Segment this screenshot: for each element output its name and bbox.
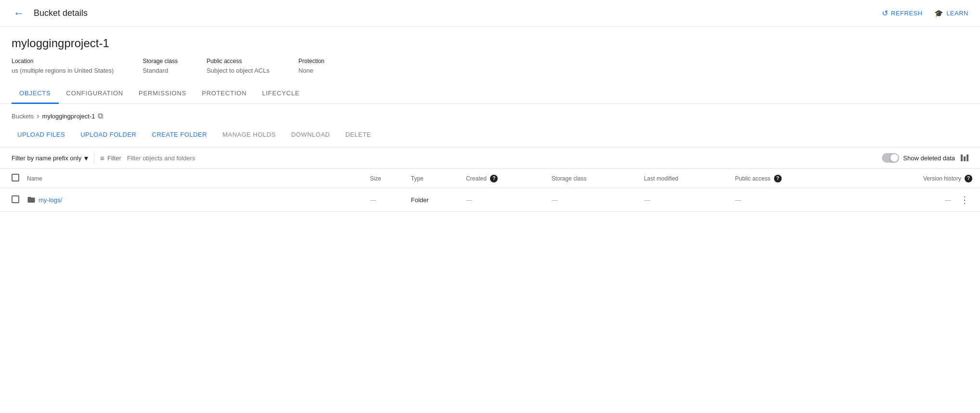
storage-class-label: Storage class (142, 58, 178, 65)
table-row: my-logs/ — Folder — — — — — ⋮ (0, 188, 980, 212)
back-button[interactable]: ← (12, 5, 26, 22)
row-last-modified: — (640, 188, 731, 212)
breadcrumb-separator: › (37, 112, 39, 120)
protection-label: Protection (298, 58, 324, 65)
bucket-meta: Location us (multiple regions in United … (12, 58, 968, 74)
public-access-value: Subject to object ACLs (206, 67, 270, 74)
filter-prefix-label: Filter by name prefix only (12, 155, 81, 162)
filter-label: Filter (107, 155, 121, 162)
col-storage-class: Storage class (548, 169, 640, 188)
version-history-help-icon[interactable]: ? (965, 175, 972, 182)
delete-button[interactable]: DELETE (339, 128, 377, 141)
breadcrumb-current: myloggingproject-1 (42, 113, 95, 120)
select-all-checkbox[interactable] (12, 174, 19, 181)
row-created: — (462, 188, 548, 212)
objects-table: Name Size Type Created ? Storage class L… (0, 169, 980, 212)
row-storage-class: — (548, 188, 640, 212)
row-public-access: — (731, 188, 849, 212)
row-name[interactable]: my-logs/ (39, 196, 62, 204)
row-more-button[interactable]: ⋮ (957, 193, 972, 206)
col-last-modified: Last modified (640, 169, 731, 188)
col-type: Type (407, 169, 462, 188)
col-public-access: Public access ? (731, 169, 849, 188)
tab-lifecycle[interactable]: LIFECYCLE (254, 84, 307, 104)
row-size: — (366, 188, 407, 212)
col-version-history: Version history ? (849, 169, 980, 188)
density-bars (961, 155, 968, 161)
created-help-icon[interactable]: ? (490, 175, 498, 182)
refresh-button[interactable]: ↺ REFRESH (882, 9, 923, 18)
name-cell: my-logs/ (27, 195, 362, 204)
page-title: Bucket details (34, 8, 88, 18)
show-deleted-toggle-area: Show deleted data (882, 153, 955, 163)
public-access-meta: Public access Subject to object ACLs (206, 58, 270, 74)
header: ← Bucket details ↺ REFRESH 🎓 LEARN (0, 0, 980, 27)
header-actions: ↺ REFRESH 🎓 LEARN (882, 9, 968, 18)
download-button[interactable]: DOWNLOAD (285, 128, 336, 141)
protection-meta: Protection None (298, 58, 324, 74)
select-all-header[interactable] (0, 169, 23, 188)
row-type: Folder (407, 188, 462, 212)
manage-holds-button[interactable]: MANAGE HOLDS (217, 128, 282, 141)
location-value: us (multiple regions in United States) (12, 67, 114, 74)
filter-bar-divider (94, 152, 94, 164)
storage-class-meta: Storage class Standard (142, 58, 178, 74)
filter-input[interactable] (127, 155, 876, 162)
public-access-help-icon[interactable]: ? (774, 175, 782, 182)
learn-button[interactable]: 🎓 LEARN (934, 9, 968, 18)
public-access-label: Public access (206, 58, 270, 65)
tab-configuration[interactable]: CONFIGURATION (59, 84, 131, 104)
col-size: Size (366, 169, 407, 188)
tab-permissions[interactable]: PERMISSIONS (131, 84, 194, 104)
upload-folder-button[interactable]: UPLOAD FOLDER (75, 128, 142, 141)
density-bar-3 (967, 155, 968, 161)
filter-icon-area: ≡ Filter (100, 154, 121, 162)
row-checkbox[interactable] (12, 195, 19, 203)
folder-icon (27, 195, 36, 204)
breadcrumb: Buckets › myloggingproject-1 ⧉ (0, 104, 980, 124)
density-icon[interactable] (961, 155, 968, 161)
col-name: Name (23, 169, 366, 188)
location-meta: Location us (multiple regions in United … (12, 58, 114, 74)
toggle-knob (890, 154, 898, 162)
filter-prefix-dropdown[interactable]: Filter by name prefix only ▾ (12, 154, 88, 163)
row-name-cell: my-logs/ (23, 188, 366, 212)
learn-icon: 🎓 (934, 9, 944, 18)
table-header-row: Name Size Type Created ? Storage class L… (0, 169, 980, 188)
filter-bar: Filter by name prefix only ▾ ≡ Filter Sh… (0, 147, 980, 169)
density-bar-1 (961, 155, 963, 161)
density-bar-2 (964, 156, 966, 161)
show-deleted-label: Show deleted data (903, 155, 955, 162)
location-label: Location (12, 58, 114, 65)
show-deleted-toggle[interactable] (882, 153, 899, 163)
storage-class-value: Standard (142, 67, 168, 74)
upload-files-button[interactable]: UPLOAD FILES (12, 128, 71, 141)
refresh-icon: ↺ (882, 9, 889, 18)
row-version-history: — ⋮ (849, 188, 980, 212)
col-created: Created ? (462, 169, 548, 188)
filter-lines-icon: ≡ (100, 154, 104, 162)
action-bar: UPLOAD FILES UPLOAD FOLDER CREATE FOLDER… (0, 124, 980, 147)
header-left: ← Bucket details (12, 5, 88, 22)
chevron-down-icon: ▾ (84, 154, 88, 163)
filter-right: Show deleted data (882, 153, 968, 163)
create-folder-button[interactable]: CREATE FOLDER (146, 128, 213, 141)
protection-value: None (298, 67, 313, 74)
copy-icon[interactable]: ⧉ (98, 112, 103, 120)
bucket-name: myloggingproject-1 (12, 37, 968, 50)
tab-objects[interactable]: OBJECTS (12, 84, 59, 104)
bucket-info: myloggingproject-1 Location us (multiple… (0, 27, 980, 74)
breadcrumb-buckets[interactable]: Buckets (12, 113, 34, 120)
tab-bar: OBJECTS CONFIGURATION PERMISSIONS PROTEC… (0, 84, 980, 104)
tab-protection[interactable]: PROTECTION (194, 84, 254, 104)
row-checkbox-cell[interactable] (0, 188, 23, 212)
